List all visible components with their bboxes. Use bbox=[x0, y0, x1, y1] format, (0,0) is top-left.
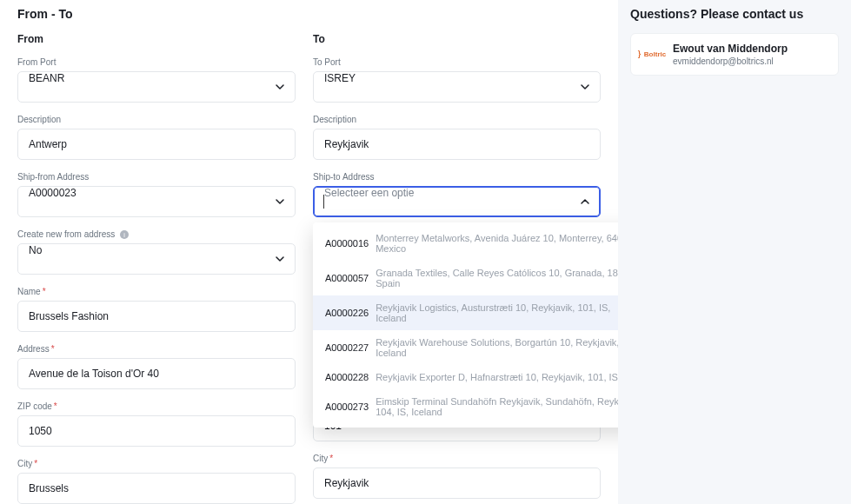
from-port-label: From Port bbox=[17, 57, 296, 67]
option-code: A0000016 bbox=[325, 238, 369, 249]
text-cursor bbox=[323, 195, 324, 209]
create-new-from-address-label: Create new from address i bbox=[17, 229, 296, 239]
option-desc: Reykjavik Logistics, Austurstræti 10, Re… bbox=[376, 302, 618, 323]
from-zip-label: ZIP code* bbox=[17, 401, 296, 411]
from-name-input[interactable] bbox=[17, 301, 296, 332]
ship-to-address-dropdown: A0000016Monterrey Metalworks, Avenida Ju… bbox=[313, 222, 618, 428]
from-port-select[interactable]: BEANR bbox=[17, 71, 296, 103]
contact-info: Ewout van Middendorp evmiddendorp@boltri… bbox=[673, 43, 788, 66]
dropdown-option[interactable]: A0000228Reykjavik Exporter D, Hafnarstræ… bbox=[313, 365, 618, 389]
ship-to-address-label: Ship-to Address bbox=[313, 172, 601, 182]
sidebar-title: Questions? Please contact us bbox=[630, 7, 839, 21]
from-name-label: Name* bbox=[17, 287, 296, 296]
option-code: A0000226 bbox=[325, 308, 369, 318]
create-new-from-address-select[interactable]: No bbox=[17, 243, 296, 275]
ship-from-address-label: Ship-from Address bbox=[17, 172, 296, 182]
form-area: From - To From From Port BEANR Descripti… bbox=[0, 0, 618, 504]
option-desc: Monterrey Metalworks, Avenida Juárez 10,… bbox=[376, 233, 618, 254]
to-port-select[interactable]: ISREY bbox=[313, 71, 601, 103]
option-desc: Reykjavik Warehouse Solutions, Borgartún… bbox=[376, 337, 618, 358]
sidebar: Questions? Please contact us Boltric Ewo… bbox=[618, 0, 851, 504]
to-description-input[interactable] bbox=[313, 129, 601, 160]
option-code: A0000227 bbox=[325, 342, 369, 353]
dropdown-option[interactable]: A0000057Granada Textiles, Calle Reyes Ca… bbox=[313, 261, 618, 295]
to-port-label: To Port bbox=[313, 57, 601, 67]
contact-logo: Boltric bbox=[642, 43, 664, 66]
from-address-field: Address* bbox=[17, 344, 296, 389]
contact-name: Ewout van Middendorp bbox=[673, 43, 788, 55]
option-desc: Reykjavik Exporter D, Hafnarstræti 10, R… bbox=[376, 372, 618, 382]
from-description-label: Description bbox=[17, 115, 296, 124]
ship-to-address-field: Ship-to Address Selecteer een optie A000… bbox=[313, 172, 601, 217]
from-zip-field: ZIP code* bbox=[17, 401, 296, 447]
info-icon: i bbox=[120, 230, 129, 239]
to-column: To To Port ISREY Description Ship-to Add… bbox=[313, 33, 601, 504]
option-desc: Eimskip Terminal Sundahöfn Reykjavik, Su… bbox=[376, 396, 618, 417]
to-description-field: Description bbox=[313, 115, 601, 160]
ship-from-address-select[interactable]: A0000023 bbox=[17, 186, 296, 217]
section-title: From - To bbox=[17, 7, 601, 21]
from-name-field: Name* bbox=[17, 287, 296, 332]
from-city-field: City* bbox=[17, 459, 296, 504]
to-city-label: City* bbox=[313, 454, 601, 463]
from-zip-input[interactable] bbox=[17, 415, 296, 447]
from-description-input[interactable] bbox=[17, 129, 296, 160]
from-address-label: Address* bbox=[17, 344, 296, 354]
dropdown-option[interactable]: A0000016Monterrey Metalworks, Avenida Ju… bbox=[313, 226, 618, 261]
to-city-field: City* bbox=[313, 454, 601, 499]
from-port-field: From Port BEANR bbox=[17, 57, 296, 103]
ship-from-address-field: Ship-from Address A0000023 bbox=[17, 172, 296, 217]
ship-to-address-select[interactable]: Selecteer een optie bbox=[313, 186, 601, 217]
to-port-field: To Port ISREY bbox=[313, 57, 601, 103]
to-city-input[interactable] bbox=[313, 468, 601, 499]
contact-email: evmiddendorp@boltrics.nl bbox=[673, 56, 788, 66]
option-code: A0000228 bbox=[325, 372, 369, 382]
contact-card[interactable]: Boltric Ewout van Middendorp evmiddendor… bbox=[630, 33, 839, 76]
from-city-input[interactable] bbox=[17, 473, 296, 504]
dropdown-option[interactable]: A0000273Eimskip Terminal Sundahöfn Reykj… bbox=[313, 389, 618, 424]
from-city-label: City* bbox=[17, 459, 296, 468]
from-column: From From Port BEANR Description Ship-fr… bbox=[17, 33, 296, 504]
option-desc: Granada Textiles, Calle Reyes Católicos … bbox=[376, 268, 618, 288]
from-header: From bbox=[17, 33, 296, 45]
to-description-label: Description bbox=[313, 115, 601, 124]
dropdown-option[interactable]: A0000227Reykjavik Warehouse Solutions, B… bbox=[313, 330, 618, 365]
from-address-input[interactable] bbox=[17, 358, 296, 389]
option-code: A0000273 bbox=[325, 401, 369, 412]
to-header: To bbox=[313, 33, 601, 45]
create-new-from-address-field: Create new from address i No bbox=[17, 229, 296, 275]
option-code: A0000057 bbox=[325, 273, 369, 283]
from-description-field: Description bbox=[17, 115, 296, 160]
dropdown-option[interactable]: A0000226Reykjavik Logistics, Austurstræt… bbox=[313, 295, 618, 330]
